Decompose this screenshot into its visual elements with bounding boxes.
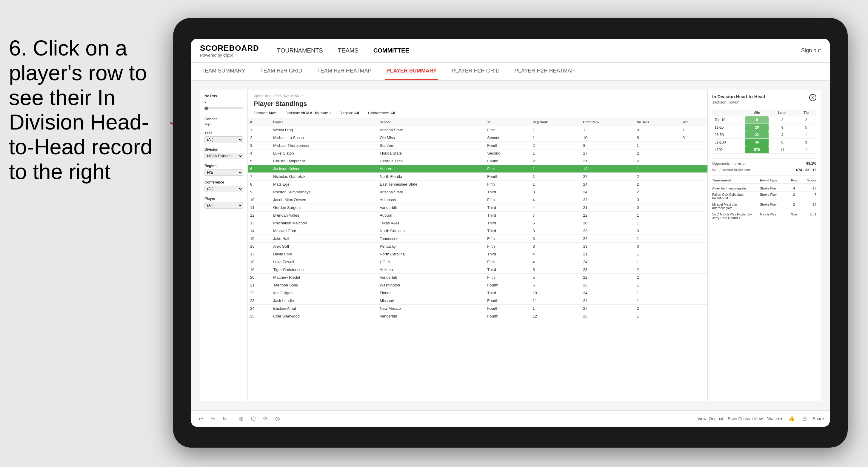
- cell-school: Ole Miss: [377, 134, 485, 142]
- filter-year-select[interactable]: (All): [205, 136, 243, 143]
- h2h-win-value: 22: [745, 131, 769, 139]
- table-row[interactable]: 21 Taehoon Song Washington Fourth 6 23 1: [248, 281, 707, 289]
- cell-player: Michael Thorbjornsen: [271, 142, 377, 150]
- logo-subtitle: Powered by clippi: [200, 53, 259, 58]
- cell-win: [680, 258, 707, 266]
- table-row[interactable]: 10 Jacob Minx Olesen Arkansas Fifth 4 23…: [248, 196, 707, 204]
- target-button[interactable]: ◎: [274, 414, 281, 424]
- col-player: Player: [271, 119, 377, 126]
- table-row[interactable]: 9 Preston Summerhays Arizona State Third…: [248, 188, 707, 196]
- nav-teams[interactable]: TEAMS: [338, 44, 359, 57]
- table-row[interactable]: 16 Alex Goff Kentucky Fifth 8 19 0: [248, 243, 707, 250]
- col-no-rds: No. Rds.: [634, 119, 680, 126]
- cell-year: Second: [485, 150, 530, 157]
- t-type: Stroke Play: [760, 203, 784, 210]
- nav-committee[interactable]: COMMITTEE: [373, 44, 409, 57]
- table-row[interactable]: 25 Cole Sherwood Vanderbilt Fourth 12 23…: [248, 312, 707, 320]
- tab-team-h2h-grid[interactable]: TEAM H2H GRID: [259, 63, 304, 80]
- col-school: School: [377, 119, 485, 126]
- t-pos: 4: [789, 187, 799, 190]
- filter-row: Gender: Men Division: NCAA Division I Re…: [254, 111, 702, 115]
- cell-no-rds: 0: [634, 204, 680, 212]
- cell-conf-rank: 21: [581, 157, 634, 165]
- cell-conf-rank: 1: [581, 126, 634, 134]
- tab-player-h2h-grid[interactable]: PLAYER H2H GRID: [450, 63, 501, 80]
- undo-button[interactable]: ↩: [197, 414, 205, 424]
- tournament-row: SEC Match Play Hosted by Jerry Pate Roun…: [712, 211, 816, 221]
- h2h-close-button[interactable]: ✕: [809, 94, 816, 101]
- filter-conference-select[interactable]: (All): [205, 186, 243, 192]
- tab-team-summary[interactable]: TEAM SUMMARY: [200, 63, 247, 80]
- table-row[interactable]: 4 Luke Claton Florida State Second 1 27 …: [248, 150, 707, 157]
- table-header-row: # Player School Yr Reg Rank Conf Rank No…: [248, 119, 707, 126]
- table-row[interactable]: 19 Tiger Christensen Arizona Third 8 23 …: [248, 266, 707, 274]
- table-row[interactable]: 17 David Ford North Carolina Third 4 21 …: [248, 250, 707, 258]
- thumbs-up-icon[interactable]: 👍: [787, 414, 796, 424]
- tab-player-summary[interactable]: PLAYER SUMMARY: [385, 63, 438, 80]
- cell-reg-rank: 8: [530, 243, 581, 250]
- cell-win: [680, 274, 707, 281]
- filter-player-select[interactable]: (All): [205, 202, 243, 209]
- refresh-button[interactable]: ↻: [221, 414, 228, 424]
- table-row[interactable]: 1 Wenyi Ding Arizona State First 1 1 8 1: [248, 126, 707, 134]
- cell-win: [680, 196, 707, 204]
- share-button[interactable]: Share: [813, 416, 824, 421]
- table-row[interactable]: 24 Bastien Amat New Mexico Fourth 1 27 2: [248, 305, 707, 312]
- cell-player: Jackson Koivun: [271, 165, 377, 173]
- t-name: Fallon Oak Collegiate Invitational: [712, 193, 754, 200]
- table-row[interactable]: 8 Mats Ege East Tennessee State Fifth 1 …: [248, 181, 707, 188]
- table-row[interactable]: 12 Brendan Valles Auburn Third 7 22 1: [248, 212, 707, 219]
- filter-region-select[interactable]: N/a: [205, 169, 243, 176]
- cell-player: Matthew Riedel: [271, 274, 377, 281]
- tab-player-h2h-heatmap[interactable]: PLAYER H2H HEATMAP: [513, 63, 576, 80]
- cell-school: Vanderbilt: [377, 312, 485, 320]
- table-row[interactable]: 5 Christo Lamprecht Georgia Tech Fourth …: [248, 157, 707, 165]
- hex-button[interactable]: ⬡: [250, 414, 257, 424]
- cell-player: Phichakun Maichon: [271, 219, 377, 227]
- h2h-breakdown-table: Win Loss Tie Top 10 8 3 2 11-25 20 9 5 2…: [712, 110, 816, 154]
- cell-no-rds: 2: [634, 274, 680, 281]
- table-row[interactable]: 2 Michael La Sasso Ole Miss Second 1 10 …: [248, 134, 707, 142]
- cell-reg-rank: 7: [530, 212, 581, 219]
- table-row[interactable]: 6 Jackson Koivun Auburn First 1 18 1: [248, 165, 707, 173]
- cell-rank: 17: [248, 250, 271, 258]
- cell-conf-rank: 23: [581, 281, 634, 289]
- view-original-button[interactable]: View: Original: [697, 416, 723, 421]
- cell-win: [680, 165, 707, 173]
- cell-rank: 24: [248, 305, 271, 312]
- h2h-tie-value: 2: [796, 116, 816, 124]
- table-row[interactable]: 23 Jack Lundin Missouri Fourth 11 24 1: [248, 297, 707, 305]
- grid-button[interactable]: ⊞: [238, 414, 245, 424]
- h2h-opponents-value: 98.1%: [806, 161, 816, 166]
- tab-team-h2h-heatmap[interactable]: TEAM H2H HEATMAP: [316, 63, 373, 80]
- cell-reg-rank: 6: [530, 219, 581, 227]
- table-row[interactable]: 18 Luke Powell UCLA First 4 24 1: [248, 258, 707, 266]
- table-row[interactable]: 20 Matthew Riedel Vanderbilt Fifth 5 22 …: [248, 274, 707, 281]
- filter-region: Region N/a: [205, 164, 243, 176]
- cell-rank: 3: [248, 142, 271, 150]
- rotate-button[interactable]: ⟳: [262, 414, 269, 424]
- table-row[interactable]: 3 Michael Thorbjornsen Stanford Fourth 2…: [248, 142, 707, 150]
- table-row[interactable]: 14 Maxwell Ford North Carolina Third 3 2…: [248, 227, 707, 235]
- cell-year: Fourth: [485, 281, 530, 289]
- cell-player: Jake Hall: [271, 235, 377, 243]
- table-row[interactable]: 15 Jake Hall Tennessee Fifth 3 22 1: [248, 235, 707, 243]
- filter-division-select[interactable]: NCAA Division I: [205, 153, 243, 159]
- cell-no-rds: 1: [634, 289, 680, 297]
- sign-out-button[interactable]: Sign out: [801, 48, 821, 54]
- layout-icon[interactable]: ⊟: [801, 414, 808, 424]
- watch-button[interactable]: Watch ▾: [767, 416, 782, 421]
- cell-reg-rank: 1: [530, 181, 581, 188]
- save-custom-button[interactable]: Save Custom View: [728, 416, 763, 421]
- table-row[interactable]: 22 Ian Gilligan Florida Third 10 24 1: [248, 289, 707, 297]
- nav-tournaments[interactable]: TOURNAMENTS: [277, 44, 323, 57]
- cell-school: North Carolina: [377, 227, 485, 235]
- cell-reg-rank: 4: [530, 250, 581, 258]
- table-row[interactable]: 13 Phichakun Maichon Texas A&M Third 6 3…: [248, 219, 707, 227]
- t-type: Stroke Play: [760, 187, 784, 190]
- nav-links: TOURNAMENTS TEAMS COMMITTEE: [277, 44, 797, 57]
- table-row[interactable]: 7 Nicholas Gabrelcik North Florida Fourt…: [248, 173, 707, 181]
- redo-button[interactable]: ↪: [209, 414, 216, 424]
- sub-nav: TEAM SUMMARY TEAM H2H GRID TEAM H2H HEAT…: [191, 63, 830, 81]
- table-row[interactable]: 11 Gordon Sargent Vanderbilt Third 4 21 …: [248, 204, 707, 212]
